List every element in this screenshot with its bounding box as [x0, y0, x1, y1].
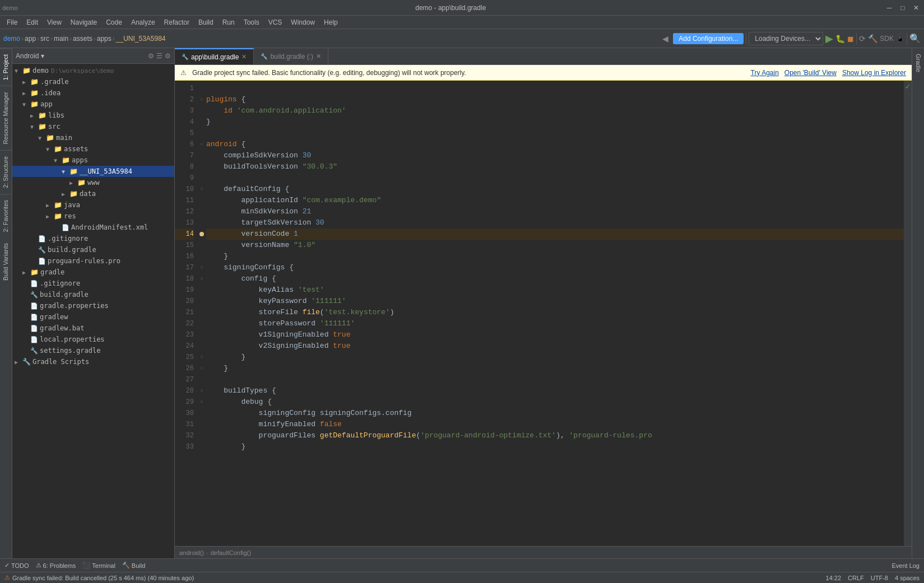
menubar-item-run[interactable]: Run: [218, 17, 239, 27]
tree-item-gradlew[interactable]: 📄 gradlew: [12, 311, 174, 323]
tree-item-androidmanifest[interactable]: 📄 AndroidManifest.xml: [12, 222, 174, 233]
breadcrumb-src[interactable]: src: [40, 35, 49, 43]
status-crlf[interactable]: CRLF: [848, 575, 864, 581]
breadcrumb-assets[interactable]: assets: [73, 35, 92, 43]
tree-item-app[interactable]: ▼ 📁 app: [12, 99, 174, 110]
left-tab-resource[interactable]: Resource Manager: [0, 86, 12, 150]
tree-item-assets[interactable]: ▼ 📁 assets: [12, 143, 174, 155]
tab-close-2[interactable]: ✕: [316, 53, 321, 60]
tree-item-gitignore-root[interactable]: 📄 .gitignore: [12, 278, 174, 289]
try-again-link[interactable]: Try Again: [751, 69, 779, 77]
tree-item-gradle-scripts[interactable]: ▶ 🔧 Gradle Scripts: [12, 356, 174, 367]
code-line-31: minifyEnabled false: [206, 419, 904, 430]
fold-buildtypes[interactable]: ○: [197, 385, 206, 397]
breadcrumb-demo[interactable]: demo: [3, 35, 20, 43]
tree-item-gradle-hidden[interactable]: ▶ 📁 .gradle: [12, 76, 174, 87]
android-dropdown[interactable]: Android ▾: [16, 52, 44, 60]
fold-defaultconfig[interactable]: ○: [197, 184, 206, 195]
panel-settings-icon[interactable]: ⚙: [148, 52, 154, 60]
tree-item-gradlew-bat[interactable]: 📄 gradlew.bat: [12, 323, 174, 334]
menubar-item-edit[interactable]: Edit: [22, 17, 43, 27]
sync-btn[interactable]: ⟳: [859, 34, 866, 43]
code-line-27: [206, 374, 904, 385]
fold-config[interactable]: ○: [197, 273, 206, 284]
menubar-item-analyze[interactable]: Analyze: [127, 17, 160, 27]
search-icon[interactable]: 🔍: [909, 33, 921, 44]
tree-item-settings-gradle[interactable]: 🔧 settings.gradle: [12, 345, 174, 356]
left-tab-favorites[interactable]: 2: Favorites: [0, 194, 12, 237]
tree-item-src[interactable]: ▼ 📁 src: [12, 121, 174, 132]
tree-item-main[interactable]: ▼ 📁 main: [12, 132, 174, 143]
problems-tab[interactable]: ⚠ 6: Problems: [36, 562, 76, 569]
status-indent[interactable]: 4 spaces: [895, 575, 920, 581]
menubar-item-vcs[interactable]: VCS: [264, 17, 287, 27]
tab-app-build-gradle[interactable]: 🔧 app\build.gradle ✕: [175, 48, 254, 64]
menubar-item-refactor[interactable]: Refactor: [160, 17, 194, 27]
menubar-item-tools[interactable]: Tools: [239, 17, 264, 27]
tree-item-gradle-props[interactable]: 📄 gradle.properties: [12, 300, 174, 311]
close-btn[interactable]: ✕: [911, 2, 922, 13]
tree-item-build-gradle-root[interactable]: 🔧 build.gradle: [12, 289, 174, 300]
menubar-item-file[interactable]: File: [2, 17, 22, 27]
event-log-link[interactable]: Event Log: [892, 562, 920, 569]
menubar-item-help[interactable]: Help: [319, 17, 342, 27]
maximize-btn[interactable]: □: [897, 2, 908, 13]
footer-breadcrumb-2: defaultConfig(): [211, 549, 251, 556]
sdk-mgr-btn[interactable]: SDK: [880, 35, 894, 43]
stop-btn[interactable]: ◼: [847, 34, 854, 43]
scrollbar-area[interactable]: ✓: [904, 81, 912, 546]
left-tab-structure[interactable]: 2: Structure: [0, 150, 12, 194]
fold-close2[interactable]: ○: [197, 363, 206, 374]
device-dropdown[interactable]: Loading Devices...: [749, 32, 823, 45]
tree-item-www[interactable]: ▶ 📁 www: [12, 177, 174, 188]
menubar-item-code[interactable]: Code: [101, 17, 127, 27]
breadcrumb-uni[interactable]: __UNI_53A5984: [116, 35, 166, 43]
right-tab-gradle[interactable]: Gradle: [912, 48, 924, 78]
status-line-col[interactable]: 14:22: [826, 575, 842, 581]
tree-item-uni[interactable]: ▼ 📁 __UNI_53A5984: [12, 166, 174, 177]
panel-gear-icon[interactable]: ⚙: [165, 52, 171, 60]
todo-tab[interactable]: ✓ TODO: [4, 562, 29, 569]
tab-build-gradle[interactable]: 🔧 build.gradle (:) ✕: [254, 48, 328, 64]
menubar-item-view[interactable]: View: [43, 17, 66, 27]
fold-signingconfigs[interactable]: ○: [197, 262, 206, 273]
left-tab-buildvariants[interactable]: Build Variants: [0, 237, 12, 286]
fold-plugins[interactable]: ○: [197, 94, 206, 105]
nav-back-btn[interactable]: ◀: [660, 33, 671, 44]
status-encoding[interactable]: UTF-8: [871, 575, 888, 581]
menubar-item-navigate[interactable]: Navigate: [66, 17, 101, 27]
menubar-item-build[interactable]: Build: [194, 17, 218, 27]
open-build-view-link[interactable]: Open 'Build' View: [784, 69, 837, 77]
breadcrumb-app[interactable]: app: [25, 35, 36, 43]
terminal-tab[interactable]: ⬛ Terminal: [82, 562, 115, 569]
tree-item-build-gradle-app[interactable]: 🔧 build.gradle: [12, 244, 174, 255]
panel-layout-icon[interactable]: ☰: [156, 52, 162, 60]
menubar-item-window[interactable]: Window: [286, 17, 319, 27]
tree-item-local-props[interactable]: 📄 local.properties: [12, 334, 174, 345]
tree-item-libs[interactable]: ▶ 📁 libs: [12, 110, 174, 121]
left-tab-project[interactable]: 1: Project: [0, 48, 12, 86]
tab-close-1[interactable]: ✕: [242, 53, 247, 60]
run-btn[interactable]: ▶: [825, 32, 833, 45]
tree-item-gradle-dir[interactable]: ▶ 📁 gradle: [12, 267, 174, 278]
debug-btn[interactable]: 🐛: [835, 34, 845, 43]
tree-item-demo[interactable]: ▼ 📁 demo D:\workspace\demo: [12, 65, 174, 76]
add-config-btn[interactable]: Add Configuration...: [673, 33, 744, 44]
minimize-btn[interactable]: ─: [884, 2, 895, 13]
fold-android[interactable]: ○: [197, 139, 206, 150]
tree-item-java[interactable]: ▶ 📁 java: [12, 199, 174, 211]
avd-btn[interactable]: 📱: [896, 35, 904, 43]
tree-item-proguard[interactable]: 📄 proguard-rules.pro: [12, 255, 174, 267]
tree-item-gitignore-app[interactable]: 📄 .gitignore: [12, 233, 174, 244]
tree-item-res[interactable]: ▶ 📁 res: [12, 211, 174, 222]
breadcrumb-main[interactable]: main: [54, 35, 68, 43]
fold-debug[interactable]: ○: [197, 397, 206, 408]
tree-item-data[interactable]: ▶ 📁 data: [12, 188, 174, 199]
build-btn[interactable]: 🔨: [868, 34, 877, 43]
breadcrumb-apps[interactable]: apps: [97, 35, 112, 43]
fold-close1[interactable]: ○: [197, 352, 206, 363]
tree-item-apps[interactable]: ▼ 📁 apps: [12, 155, 174, 166]
build-tab[interactable]: 🔨 Build: [122, 562, 145, 569]
show-log-link[interactable]: Show Log in Explorer: [842, 69, 906, 77]
tree-item-idea[interactable]: ▶ 📁 .idea: [12, 87, 174, 99]
